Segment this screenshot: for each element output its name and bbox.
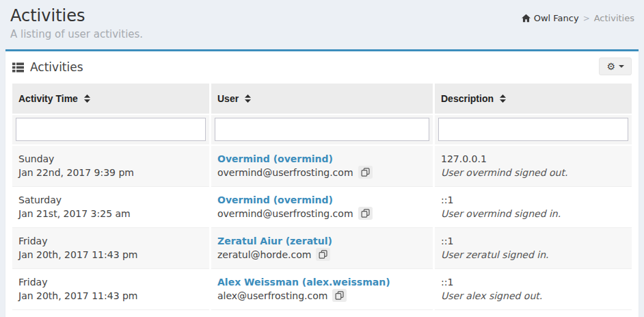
panel-title-label: Activities — [30, 60, 83, 74]
user-cell: Zeratul Aiur (zeratul) zeratul@horde.com — [211, 228, 433, 269]
panel-title: Activities — [12, 60, 83, 74]
user-email: zeratul@horde.com — [217, 248, 311, 262]
caret-down-icon — [619, 65, 624, 68]
column-label: Description — [441, 93, 494, 104]
ip-address: 127.0.0.1 — [441, 152, 626, 166]
description-cell: 127.0.0.1 User overmind signed out. — [435, 146, 632, 187]
panel-body: Activity Time User Description — [5, 82, 639, 310]
user-email: alex@userfrosting.com — [217, 289, 327, 303]
filter-input-activity-time[interactable] — [16, 118, 206, 141]
table-row: Friday Jan 20th, 2017 11:43 pm Alex Weis… — [12, 269, 632, 310]
column-header-activity-time[interactable]: Activity Time — [12, 84, 209, 115]
user-link[interactable]: Zeratul Aiur (zeratul) — [217, 236, 332, 246]
filter-input-user[interactable] — [215, 118, 429, 141]
activity-day: Saturday — [18, 193, 203, 207]
table-row: Saturday Jan 21st, 2017 3:25 am Overmind… — [12, 187, 632, 228]
gear-icon: ⚙ — [606, 62, 615, 71]
user-link[interactable]: Overmind (overmind) — [217, 153, 333, 164]
activity-description: User alex signed out. — [441, 289, 626, 303]
column-label: Activity Time — [18, 93, 78, 104]
activity-day: Sunday — [18, 152, 203, 166]
activities-table-body: Sunday Jan 22nd, 2017 9:39 pm Overmind (… — [12, 146, 632, 310]
sort-icon — [500, 94, 506, 103]
clone-icon — [335, 291, 344, 300]
user-link[interactable]: Overmind (overmind) — [217, 194, 333, 205]
table-row: Friday Jan 20th, 2017 11:43 pm Zeratul A… — [12, 228, 632, 269]
column-header-user[interactable]: User — [211, 84, 433, 115]
panel-header: Activities ⚙ — [5, 51, 639, 82]
breadcrumb: Owl Fancy > Activities — [522, 13, 634, 23]
activity-date: Jan 22nd, 2017 9:39 pm — [18, 166, 203, 179]
clone-icon — [319, 250, 327, 259]
home-icon — [522, 14, 531, 23]
copy-email-button[interactable] — [358, 207, 373, 220]
column-label: User — [217, 93, 239, 104]
ip-address: ::1 — [441, 193, 626, 207]
clone-icon — [361, 209, 370, 218]
table-filter-row — [12, 115, 632, 146]
breadcrumb-separator: > — [583, 14, 590, 23]
user-cell: Overmind (overmind) overmind@userfrostin… — [211, 146, 433, 187]
panel-tools: ⚙ — [599, 58, 632, 75]
activity-description: User overmind signed in. — [441, 207, 626, 220]
breadcrumb-root-label: Owl Fancy — [534, 13, 579, 23]
sort-icon — [84, 94, 90, 103]
description-cell: ::1 User overmind signed in. — [435, 187, 632, 228]
activity-day: Friday — [18, 234, 203, 248]
activity-date: Jan 20th, 2017 11:43 pm — [18, 289, 203, 303]
clone-icon — [361, 168, 370, 177]
activity-date: Jan 20th, 2017 11:43 pm — [18, 248, 203, 262]
filter-input-description[interactable] — [438, 118, 628, 141]
th-list-icon — [12, 62, 24, 73]
ip-address: ::1 — [441, 234, 626, 248]
activities-table: Activity Time User Description — [10, 84, 634, 310]
sort-icon — [245, 94, 251, 103]
user-email: overmind@userfrosting.com — [217, 207, 353, 220]
copy-email-button[interactable] — [316, 248, 330, 261]
activity-description: User overmind signed out. — [441, 166, 626, 179]
table-settings-button[interactable]: ⚙ — [599, 58, 632, 75]
content-header: Activities A listing of user activities.… — [0, 0, 644, 47]
description-cell: ::1 User zeratul signed in. — [435, 228, 632, 269]
activity-time-cell: Sunday Jan 22nd, 2017 9:39 pm — [12, 146, 209, 187]
breadcrumb-current: Activities — [594, 13, 634, 23]
activity-time-cell: Friday Jan 20th, 2017 11:43 pm — [12, 228, 209, 269]
user-cell: Alex Weissman (alex.weissman) alex@userf… — [211, 269, 433, 310]
user-cell: Overmind (overmind) overmind@userfrostin… — [211, 187, 433, 228]
user-link[interactable]: Alex Weissman (alex.weissman) — [217, 277, 390, 288]
activity-date: Jan 21st, 2017 3:25 am — [18, 207, 203, 220]
ip-address: ::1 — [441, 275, 626, 289]
activity-day: Friday — [18, 275, 203, 289]
activity-time-cell: Friday Jan 20th, 2017 11:43 pm — [12, 269, 209, 310]
activities-panel: Activities ⚙ Activity Time User — [5, 49, 639, 317]
copy-email-button[interactable] — [332, 289, 347, 302]
table-row: Sunday Jan 22nd, 2017 9:39 pm Overmind (… — [12, 146, 632, 187]
description-cell: ::1 User alex signed out. — [435, 269, 632, 310]
breadcrumb-home-link[interactable]: Owl Fancy — [522, 13, 579, 23]
table-header-row: Activity Time User Description — [12, 84, 632, 115]
column-header-description[interactable]: Description — [435, 84, 632, 115]
copy-email-button[interactable] — [358, 166, 373, 179]
activity-description: User zeratul signed in. — [441, 248, 626, 262]
page-subtitle: A listing of user activities. — [10, 28, 634, 40]
activity-time-cell: Saturday Jan 21st, 2017 3:25 am — [12, 187, 209, 228]
user-email: overmind@userfrosting.com — [217, 166, 353, 179]
